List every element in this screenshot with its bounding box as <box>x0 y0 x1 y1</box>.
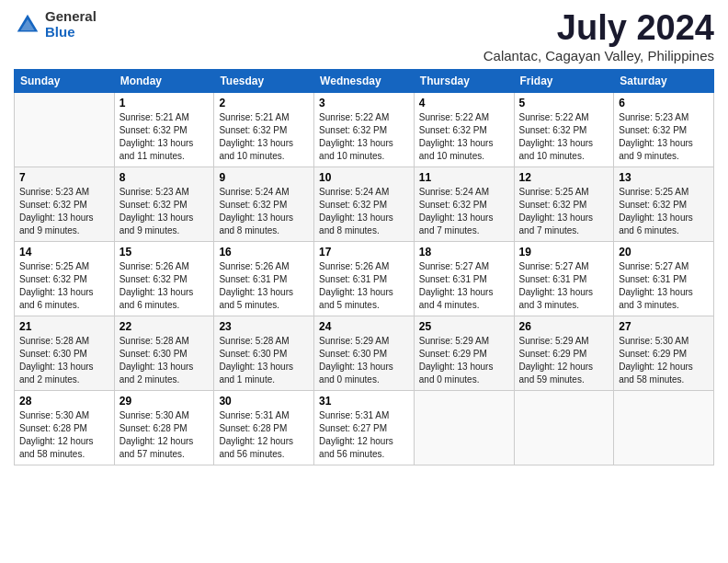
col-header-sunday: Sunday <box>15 69 115 92</box>
day-info: Sunrise: 5:31 AMSunset: 6:27 PMDaylight:… <box>319 409 409 461</box>
day-info: Sunrise: 5:26 AMSunset: 6:32 PMDaylight:… <box>119 260 210 312</box>
day-info: Sunrise: 5:23 AMSunset: 6:32 PMDaylight:… <box>119 186 210 237</box>
col-header-thursday: Thursday <box>414 69 514 92</box>
day-info: Sunrise: 5:24 AMSunset: 6:32 PMDaylight:… <box>219 186 309 237</box>
calendar-cell: 25Sunrise: 5:29 AMSunset: 6:29 PMDayligh… <box>414 316 514 390</box>
day-info: Sunrise: 5:22 AMSunset: 6:32 PMDaylight:… <box>319 111 409 163</box>
calendar-cell: 21Sunrise: 5:28 AMSunset: 6:30 PMDayligh… <box>15 316 115 390</box>
day-info: Sunrise: 5:21 AMSunset: 6:32 PMDaylight:… <box>119 111 210 163</box>
calendar-cell: 11Sunrise: 5:24 AMSunset: 6:32 PMDayligh… <box>414 167 514 241</box>
day-number: 9 <box>219 171 309 184</box>
logo: General Blue <box>14 9 97 40</box>
day-number: 1 <box>119 97 210 109</box>
calendar-cell: 17Sunrise: 5:26 AMSunset: 6:31 PMDayligh… <box>314 241 415 316</box>
day-number: 16 <box>219 246 309 259</box>
day-number: 28 <box>19 395 109 408</box>
day-number: 24 <box>319 320 409 333</box>
day-number: 22 <box>119 320 210 333</box>
day-number: 30 <box>219 395 309 408</box>
col-header-tuesday: Tuesday <box>214 69 314 92</box>
calendar-cell: 1Sunrise: 5:21 AMSunset: 6:32 PMDaylight… <box>114 92 214 167</box>
location-title: Calantac, Cagayan Valley, Philippines <box>483 48 714 63</box>
day-info: Sunrise: 5:22 AMSunset: 6:32 PMDaylight:… <box>519 111 609 163</box>
calendar-cell: 5Sunrise: 5:22 AMSunset: 6:32 PMDaylight… <box>514 92 614 167</box>
day-info: Sunrise: 5:28 AMSunset: 6:30 PMDaylight:… <box>19 335 109 386</box>
calendar-cell: 20Sunrise: 5:27 AMSunset: 6:31 PMDayligh… <box>614 241 714 316</box>
day-number: 29 <box>119 395 210 408</box>
day-number: 31 <box>319 395 409 408</box>
calendar-cell: 31Sunrise: 5:31 AMSunset: 6:27 PMDayligh… <box>314 390 415 465</box>
calendar-cell: 3Sunrise: 5:22 AMSunset: 6:32 PMDaylight… <box>314 92 415 167</box>
day-info: Sunrise: 5:28 AMSunset: 6:30 PMDaylight:… <box>219 335 309 386</box>
day-number: 6 <box>619 97 709 109</box>
day-number: 2 <box>219 97 309 109</box>
calendar-cell: 8Sunrise: 5:23 AMSunset: 6:32 PMDaylight… <box>114 167 214 241</box>
col-header-saturday: Saturday <box>614 69 714 92</box>
day-number: 4 <box>419 97 509 109</box>
calendar-cell: 4Sunrise: 5:22 AMSunset: 6:32 PMDaylight… <box>414 92 514 167</box>
day-number: 25 <box>419 320 509 333</box>
day-info: Sunrise: 5:25 AMSunset: 6:32 PMDaylight:… <box>19 260 109 312</box>
col-header-friday: Friday <box>514 69 614 92</box>
day-number: 10 <box>319 171 409 184</box>
day-number: 13 <box>619 171 709 184</box>
calendar-cell: 13Sunrise: 5:25 AMSunset: 6:32 PMDayligh… <box>614 167 714 241</box>
day-info: Sunrise: 5:27 AMSunset: 6:31 PMDaylight:… <box>619 260 709 312</box>
day-info: Sunrise: 5:29 AMSunset: 6:29 PMDaylight:… <box>519 335 609 386</box>
calendar-table: SundayMondayTuesdayWednesdayThursdayFrid… <box>14 69 714 465</box>
day-number: 27 <box>619 320 709 333</box>
month-title: July 2024 <box>483 9 714 48</box>
day-number: 11 <box>419 171 509 184</box>
day-info: Sunrise: 5:29 AMSunset: 6:29 PMDaylight:… <box>419 335 509 386</box>
calendar-cell: 7Sunrise: 5:23 AMSunset: 6:32 PMDaylight… <box>15 167 115 241</box>
calendar-cell <box>614 390 714 465</box>
calendar-cell: 26Sunrise: 5:29 AMSunset: 6:29 PMDayligh… <box>514 316 614 390</box>
col-header-monday: Monday <box>114 69 214 92</box>
day-number: 21 <box>19 320 109 333</box>
calendar-cell: 2Sunrise: 5:21 AMSunset: 6:32 PMDaylight… <box>214 92 314 167</box>
day-info: Sunrise: 5:27 AMSunset: 6:31 PMDaylight:… <box>519 260 609 312</box>
day-info: Sunrise: 5:30 AMSunset: 6:29 PMDaylight:… <box>619 335 709 386</box>
calendar-cell: 18Sunrise: 5:27 AMSunset: 6:31 PMDayligh… <box>414 241 514 316</box>
day-info: Sunrise: 5:27 AMSunset: 6:31 PMDaylight:… <box>419 260 509 312</box>
calendar-cell <box>15 92 115 167</box>
calendar-cell <box>514 390 614 465</box>
day-info: Sunrise: 5:24 AMSunset: 6:32 PMDaylight:… <box>319 186 409 237</box>
col-header-wednesday: Wednesday <box>314 69 415 92</box>
day-info: Sunrise: 5:30 AMSunset: 6:28 PMDaylight:… <box>19 409 109 461</box>
logo-blue: Blue <box>45 25 97 40</box>
day-number: 12 <box>519 171 609 184</box>
calendar-cell: 12Sunrise: 5:25 AMSunset: 6:32 PMDayligh… <box>514 167 614 241</box>
calendar-cell: 14Sunrise: 5:25 AMSunset: 6:32 PMDayligh… <box>15 241 115 316</box>
day-info: Sunrise: 5:23 AMSunset: 6:32 PMDaylight:… <box>19 186 109 237</box>
day-info: Sunrise: 5:23 AMSunset: 6:32 PMDaylight:… <box>619 111 709 163</box>
day-info: Sunrise: 5:28 AMSunset: 6:30 PMDaylight:… <box>119 335 210 386</box>
calendar-cell: 19Sunrise: 5:27 AMSunset: 6:31 PMDayligh… <box>514 241 614 316</box>
day-number: 8 <box>119 171 210 184</box>
day-info: Sunrise: 5:29 AMSunset: 6:30 PMDaylight:… <box>319 335 409 386</box>
calendar-cell: 22Sunrise: 5:28 AMSunset: 6:30 PMDayligh… <box>114 316 214 390</box>
title-area: July 2024 Calantac, Cagayan Valley, Phil… <box>483 9 714 63</box>
day-info: Sunrise: 5:30 AMSunset: 6:28 PMDaylight:… <box>119 409 210 461</box>
logo-text: General Blue <box>45 9 97 40</box>
day-info: Sunrise: 5:26 AMSunset: 6:31 PMDaylight:… <box>219 260 309 312</box>
day-number: 7 <box>19 171 109 184</box>
calendar-cell: 10Sunrise: 5:24 AMSunset: 6:32 PMDayligh… <box>314 167 415 241</box>
day-number: 19 <box>519 246 609 259</box>
calendar-cell: 27Sunrise: 5:30 AMSunset: 6:29 PMDayligh… <box>614 316 714 390</box>
day-info: Sunrise: 5:22 AMSunset: 6:32 PMDaylight:… <box>419 111 509 163</box>
day-number: 23 <box>219 320 309 333</box>
calendar-cell: 24Sunrise: 5:29 AMSunset: 6:30 PMDayligh… <box>314 316 415 390</box>
calendar-cell: 16Sunrise: 5:26 AMSunset: 6:31 PMDayligh… <box>214 241 314 316</box>
day-number: 14 <box>19 246 109 259</box>
day-info: Sunrise: 5:26 AMSunset: 6:31 PMDaylight:… <box>319 260 409 312</box>
day-info: Sunrise: 5:25 AMSunset: 6:32 PMDaylight:… <box>619 186 709 237</box>
calendar-cell: 23Sunrise: 5:28 AMSunset: 6:30 PMDayligh… <box>214 316 314 390</box>
calendar-cell: 9Sunrise: 5:24 AMSunset: 6:32 PMDaylight… <box>214 167 314 241</box>
day-number: 20 <box>619 246 709 259</box>
logo-general: General <box>45 9 97 25</box>
day-info: Sunrise: 5:25 AMSunset: 6:32 PMDaylight:… <box>519 186 609 237</box>
day-number: 5 <box>519 97 609 109</box>
day-number: 15 <box>119 246 210 259</box>
calendar-cell: 15Sunrise: 5:26 AMSunset: 6:32 PMDayligh… <box>114 241 214 316</box>
